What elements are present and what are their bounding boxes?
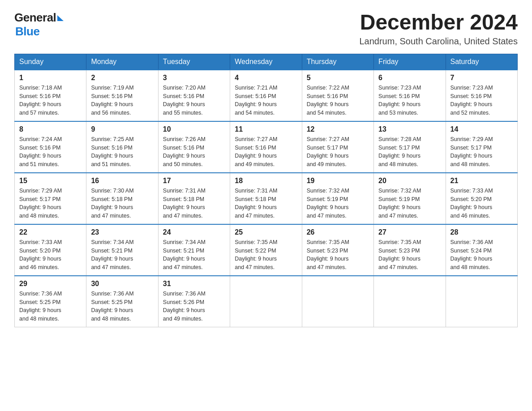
day-number: 4 (235, 74, 297, 82)
calendar-cell: 11Sunrise: 7:27 AMSunset: 5:16 PMDayligh… (230, 121, 302, 173)
day-number: 5 (307, 74, 369, 82)
calendar-cell: 15Sunrise: 7:29 AMSunset: 5:17 PMDayligh… (15, 173, 86, 224)
calendar-week-row: 15Sunrise: 7:29 AMSunset: 5:17 PMDayligh… (15, 173, 518, 224)
day-number: 7 (450, 74, 513, 82)
day-number: 10 (163, 125, 225, 133)
calendar-cell: 5Sunrise: 7:22 AMSunset: 5:16 PMDaylight… (302, 70, 373, 121)
day-header-saturday: Saturday (446, 54, 517, 70)
day-info: Sunrise: 7:23 AMSunset: 5:16 PMDaylight:… (378, 84, 441, 117)
day-header-wednesday: Wednesday (230, 54, 302, 70)
day-info: Sunrise: 7:25 AMSunset: 5:16 PMDaylight:… (91, 135, 153, 169)
logo-general-text: General (14, 11, 56, 25)
day-number: 14 (450, 125, 513, 133)
day-number: 24 (163, 228, 225, 236)
day-info: Sunrise: 7:22 AMSunset: 5:16 PMDaylight:… (307, 84, 369, 117)
day-number: 19 (307, 177, 369, 185)
day-info: Sunrise: 7:35 AMSunset: 5:23 PMDaylight:… (378, 238, 441, 272)
day-number: 12 (307, 125, 369, 133)
calendar-cell: 16Sunrise: 7:30 AMSunset: 5:18 PMDayligh… (86, 173, 158, 224)
day-number: 16 (91, 177, 153, 185)
day-number: 6 (378, 74, 441, 82)
month-title: December 2024 (359, 11, 518, 34)
day-number: 3 (163, 74, 225, 82)
calendar-cell: 24Sunrise: 7:34 AMSunset: 5:21 PMDayligh… (158, 224, 230, 276)
day-number: 30 (91, 280, 153, 288)
calendar-cell: 6Sunrise: 7:23 AMSunset: 5:16 PMDaylight… (374, 70, 446, 121)
day-number: 27 (378, 228, 441, 236)
calendar-week-row: 1Sunrise: 7:18 AMSunset: 5:16 PMDaylight… (15, 70, 518, 121)
day-info: Sunrise: 7:32 AMSunset: 5:19 PMDaylight:… (307, 187, 369, 220)
calendar-cell (446, 276, 517, 327)
day-info: Sunrise: 7:30 AMSunset: 5:18 PMDaylight:… (91, 187, 153, 220)
day-number: 28 (450, 228, 513, 236)
day-info: Sunrise: 7:29 AMSunset: 5:17 PMDaylight:… (450, 135, 513, 169)
calendar-cell: 22Sunrise: 7:33 AMSunset: 5:20 PMDayligh… (15, 224, 86, 276)
day-number: 8 (19, 125, 82, 133)
day-info: Sunrise: 7:20 AMSunset: 5:16 PMDaylight:… (163, 84, 225, 117)
day-number: 9 (91, 125, 153, 133)
calendar-week-row: 29Sunrise: 7:36 AMSunset: 5:25 PMDayligh… (15, 276, 518, 327)
calendar-cell: 10Sunrise: 7:26 AMSunset: 5:16 PMDayligh… (158, 121, 230, 173)
day-number: 26 (307, 228, 369, 236)
calendar-cell: 25Sunrise: 7:35 AMSunset: 5:22 PMDayligh… (230, 224, 302, 276)
day-info: Sunrise: 7:19 AMSunset: 5:16 PMDaylight:… (91, 84, 153, 117)
day-info: Sunrise: 7:23 AMSunset: 5:16 PMDaylight:… (450, 84, 513, 117)
day-header-friday: Friday (374, 54, 446, 70)
calendar-cell: 28Sunrise: 7:36 AMSunset: 5:24 PMDayligh… (446, 224, 517, 276)
calendar-cell: 17Sunrise: 7:31 AMSunset: 5:18 PMDayligh… (158, 173, 230, 224)
day-number: 2 (91, 74, 153, 82)
calendar-cell: 21Sunrise: 7:33 AMSunset: 5:20 PMDayligh… (446, 173, 517, 224)
day-info: Sunrise: 7:31 AMSunset: 5:18 PMDaylight:… (163, 187, 225, 220)
calendar-cell: 31Sunrise: 7:36 AMSunset: 5:26 PMDayligh… (158, 276, 230, 327)
calendar-cell: 1Sunrise: 7:18 AMSunset: 5:16 PMDaylight… (15, 70, 86, 121)
day-number: 22 (19, 228, 82, 236)
title-section: December 2024 Landrum, South Carolina, U… (359, 11, 518, 47)
day-info: Sunrise: 7:36 AMSunset: 5:25 PMDaylight:… (19, 290, 82, 323)
calendar-cell: 27Sunrise: 7:35 AMSunset: 5:23 PMDayligh… (374, 224, 446, 276)
calendar-cell: 7Sunrise: 7:23 AMSunset: 5:16 PMDaylight… (446, 70, 517, 121)
calendar-cell: 19Sunrise: 7:32 AMSunset: 5:19 PMDayligh… (302, 173, 373, 224)
day-number: 17 (163, 177, 225, 185)
day-info: Sunrise: 7:33 AMSunset: 5:20 PMDaylight:… (19, 238, 82, 272)
day-number: 11 (235, 125, 297, 133)
day-info: Sunrise: 7:27 AMSunset: 5:17 PMDaylight:… (307, 135, 369, 169)
day-info: Sunrise: 7:27 AMSunset: 5:16 PMDaylight:… (235, 135, 297, 169)
calendar-cell: 4Sunrise: 7:21 AMSunset: 5:16 PMDaylight… (230, 70, 302, 121)
day-number: 1 (19, 74, 82, 82)
day-info: Sunrise: 7:18 AMSunset: 5:16 PMDaylight:… (19, 84, 82, 117)
day-info: Sunrise: 7:29 AMSunset: 5:17 PMDaylight:… (19, 187, 82, 220)
calendar-cell: 20Sunrise: 7:32 AMSunset: 5:19 PMDayligh… (374, 173, 446, 224)
calendar-cell: 30Sunrise: 7:36 AMSunset: 5:25 PMDayligh… (86, 276, 158, 327)
day-info: Sunrise: 7:33 AMSunset: 5:20 PMDaylight:… (450, 187, 513, 220)
day-number: 29 (19, 280, 82, 288)
calendar-cell: 23Sunrise: 7:34 AMSunset: 5:21 PMDayligh… (86, 224, 158, 276)
page-header: General Blue December 2024 Landrum, Sout… (14, 11, 518, 47)
day-info: Sunrise: 7:35 AMSunset: 5:23 PMDaylight:… (307, 238, 369, 272)
day-info: Sunrise: 7:28 AMSunset: 5:17 PMDaylight:… (378, 135, 441, 169)
calendar-cell: 29Sunrise: 7:36 AMSunset: 5:25 PMDayligh… (15, 276, 86, 327)
calendar-cell: 2Sunrise: 7:19 AMSunset: 5:16 PMDaylight… (86, 70, 158, 121)
calendar-cell: 9Sunrise: 7:25 AMSunset: 5:16 PMDaylight… (86, 121, 158, 173)
day-header-thursday: Thursday (302, 54, 373, 70)
day-number: 21 (450, 177, 513, 185)
calendar-cell: 3Sunrise: 7:20 AMSunset: 5:16 PMDaylight… (158, 70, 230, 121)
location-subtitle: Landrum, South Carolina, United States (359, 36, 518, 47)
day-info: Sunrise: 7:26 AMSunset: 5:16 PMDaylight:… (163, 135, 225, 169)
day-info: Sunrise: 7:32 AMSunset: 5:19 PMDaylight:… (378, 187, 441, 220)
calendar-cell: 12Sunrise: 7:27 AMSunset: 5:17 PMDayligh… (302, 121, 373, 173)
calendar-week-row: 22Sunrise: 7:33 AMSunset: 5:20 PMDayligh… (15, 224, 518, 276)
logo: General Blue (14, 11, 64, 39)
day-header-monday: Monday (86, 54, 158, 70)
calendar-week-row: 8Sunrise: 7:24 AMSunset: 5:16 PMDaylight… (15, 121, 518, 173)
day-info: Sunrise: 7:36 AMSunset: 5:25 PMDaylight:… (91, 290, 153, 323)
day-number: 18 (235, 177, 297, 185)
day-info: Sunrise: 7:24 AMSunset: 5:16 PMDaylight:… (19, 135, 82, 169)
day-number: 25 (235, 228, 297, 236)
day-info: Sunrise: 7:34 AMSunset: 5:21 PMDaylight:… (91, 238, 153, 272)
day-number: 20 (378, 177, 441, 185)
calendar-cell: 8Sunrise: 7:24 AMSunset: 5:16 PMDaylight… (15, 121, 86, 173)
days-header-row: SundayMondayTuesdayWednesdayThursdayFrid… (15, 54, 518, 70)
logo-arrow-icon (57, 15, 64, 21)
calendar-cell (230, 276, 302, 327)
day-number: 13 (378, 125, 441, 133)
